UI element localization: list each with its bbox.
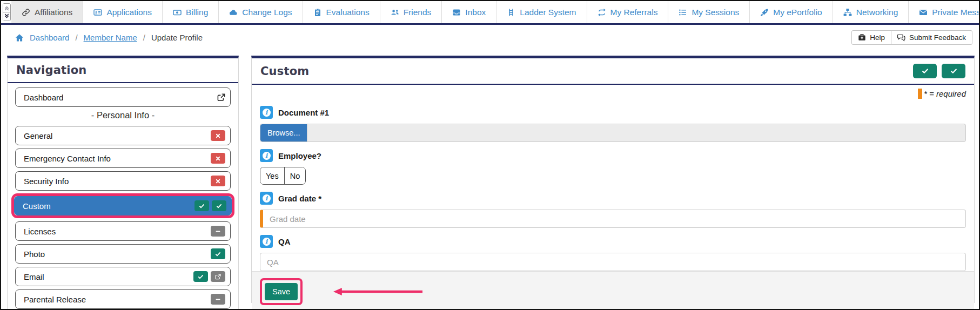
- tab-change-logs[interactable]: Change Logs: [219, 1, 303, 23]
- custom-form-body: * = required i Document #1 Browse... i E…: [252, 85, 974, 271]
- help-button[interactable]: Help: [851, 30, 891, 45]
- annotation-highlight-custom: Custom: [11, 193, 234, 218]
- field-label-grad-date: i Grad date *: [260, 192, 966, 205]
- sidebar-item-email[interactable]: Email: [15, 267, 231, 286]
- sidebar-item-label: Security Info: [24, 177, 69, 186]
- top-tab-bar: Affiliations Applications Billing Change…: [1, 1, 979, 25]
- minus-badge: [211, 294, 225, 305]
- tab-ladder-system[interactable]: Ladder System: [496, 1, 587, 23]
- info-icon[interactable]: i: [260, 192, 273, 205]
- tab-my-eportfolio[interactable]: My ePortfolio: [750, 1, 833, 23]
- sidebar-item-label: Custom: [23, 201, 51, 211]
- arrow-left-icon: [333, 287, 424, 296]
- check-icon: [216, 203, 222, 209]
- check-badge: [193, 271, 208, 282]
- info-icon[interactable]: i: [260, 106, 273, 119]
- field-label-qa: i QA: [260, 235, 966, 248]
- header-check-button[interactable]: [942, 64, 965, 78]
- tab-applications[interactable]: Applications: [83, 1, 163, 23]
- sidebar-item-emergency-contact-info[interactable]: Emergency Contact Info: [15, 149, 231, 168]
- field-label-document: i Document #1: [260, 106, 966, 119]
- tab-inbox[interactable]: Inbox: [442, 1, 496, 23]
- save-button[interactable]: Save: [265, 283, 298, 300]
- check-icon: [215, 251, 221, 257]
- annotation-highlight-save: Save: [260, 278, 303, 305]
- tab-affiliations[interactable]: Affiliations: [11, 1, 83, 23]
- tab-my-referrals[interactable]: My Referrals: [587, 1, 669, 23]
- tab-private-messages[interactable]: Private Messages: [909, 1, 980, 23]
- app-window: Affiliations Applications Billing Change…: [0, 0, 980, 310]
- tab-label: Inbox: [465, 8, 486, 17]
- content-area: Navigation Dashboard - Personal Info - G…: [1, 50, 979, 310]
- tab-label: Evaluations: [326, 8, 370, 17]
- qa-input[interactable]: [260, 253, 966, 271]
- sidebar-item-licenses[interactable]: Licenses: [15, 221, 231, 241]
- employee-yes-button[interactable]: Yes: [260, 167, 285, 184]
- sidebar-item-security-info[interactable]: Security Info: [15, 171, 231, 191]
- header-check-button[interactable]: [913, 64, 937, 78]
- medkit-icon: [858, 33, 866, 42]
- tab-my-sessions[interactable]: My Sessions: [668, 1, 750, 23]
- document-file-input[interactable]: Browse...: [260, 124, 966, 142]
- required-indicator-bar: [918, 89, 922, 99]
- sidebar-section-personal-info: - Personal Info -: [15, 110, 231, 120]
- tab-networking[interactable]: Networking: [833, 1, 909, 23]
- ladder-icon: [507, 8, 515, 17]
- sidebar-item-label: Parental Release: [24, 295, 86, 304]
- sidebar-item-label: Email: [24, 272, 44, 281]
- cloud-icon: [229, 8, 238, 17]
- x-badge: [211, 130, 225, 141]
- tab-label: Applications: [106, 8, 152, 17]
- collapse-down-button[interactable]: [3, 12, 10, 21]
- panel-header-buttons: [908, 64, 965, 78]
- sidebar-item-dashboard[interactable]: Dashboard: [15, 87, 231, 107]
- inbox-icon: [452, 8, 461, 17]
- rocket-icon: [760, 8, 769, 17]
- breadcrumb-separator: /: [143, 33, 145, 42]
- header-action-buttons: Help Submit Feedback: [851, 30, 972, 45]
- comments-icon: [897, 33, 905, 42]
- info-icon[interactable]: i: [260, 235, 273, 248]
- minus-icon: [215, 228, 221, 234]
- submit-feedback-button[interactable]: Submit Feedback: [891, 30, 972, 45]
- tab-label: Affiliations: [35, 8, 72, 17]
- link-icon: [22, 8, 30, 17]
- tab-billing[interactable]: Billing: [163, 1, 219, 23]
- breadcrumb-row: Dashboard / Member Name / Update Profile…: [1, 25, 979, 50]
- money-icon: [173, 8, 182, 17]
- sidebar-item-general[interactable]: General: [15, 126, 231, 145]
- x-icon: [215, 133, 221, 139]
- field-label-text: Employee?: [278, 151, 321, 160]
- help-button-label: Help: [870, 33, 885, 42]
- sidebar-item-photo[interactable]: Photo: [15, 244, 231, 264]
- form-footer: Save: [252, 271, 974, 310]
- home-icon: [15, 33, 24, 42]
- info-icon[interactable]: i: [260, 149, 273, 162]
- sitemap-icon: [843, 8, 852, 17]
- check-badge: [194, 200, 209, 211]
- submit-feedback-label: Submit Feedback: [909, 33, 966, 42]
- grad-date-input[interactable]: [260, 210, 966, 228]
- x-icon: [215, 178, 221, 184]
- check-icon: [199, 203, 205, 209]
- field-label-employee: i Employee?: [260, 149, 966, 162]
- check-icon: [922, 68, 929, 75]
- breadcrumb-separator: /: [75, 33, 77, 42]
- sidebar-item-parental-release[interactable]: Parental Release: [15, 289, 231, 309]
- tab-evaluations[interactable]: Evaluations: [303, 1, 380, 23]
- sidebar-item-custom[interactable]: Custom: [14, 196, 232, 215]
- users-icon: [391, 8, 399, 17]
- collapse-up-button[interactable]: [3, 4, 10, 12]
- sidebar-item-label: General: [24, 131, 52, 140]
- list-icon: [679, 8, 687, 17]
- browse-button[interactable]: Browse...: [260, 124, 307, 141]
- breadcrumb-dashboard[interactable]: Dashboard: [30, 33, 69, 42]
- chevrons-up-icon: [3, 4, 10, 11]
- employee-no-button[interactable]: No: [285, 167, 306, 184]
- x-badge: [211, 153, 225, 164]
- breadcrumb-member-name[interactable]: Member Name: [84, 33, 137, 42]
- minus-badge: [211, 226, 225, 237]
- custom-panel-header: Custom: [252, 58, 974, 85]
- tab-friends[interactable]: Friends: [380, 1, 442, 23]
- check-badge: [212, 200, 226, 211]
